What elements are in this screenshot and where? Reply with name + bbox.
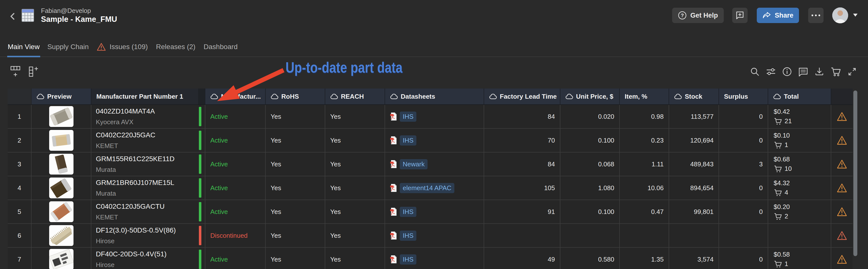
column-header-rohs[interactable]: RoHS: [266, 89, 325, 104]
datasheet-link[interactable]: Newark: [400, 159, 428, 169]
part-number[interactable]: 0402ZD104MAT4A: [96, 107, 155, 115]
filter-icon[interactable]: [766, 66, 776, 77]
column-header-price[interactable]: Unit Price, $: [560, 89, 620, 104]
share-button[interactable]: Share: [757, 8, 799, 23]
cell-datasheets: IHS: [385, 129, 484, 153]
total-price: $0.10: [774, 132, 790, 139]
avatar[interactable]: [832, 7, 848, 23]
lifecycle-status-bar: [199, 250, 202, 269]
cell-item: 10.06: [620, 176, 669, 200]
column-label: Item, %: [625, 93, 647, 100]
search-icon[interactable]: [750, 66, 760, 77]
cell-warn[interactable]: [831, 200, 852, 224]
cell-item: 0.47: [620, 200, 669, 224]
lead-time-value: 84: [548, 113, 555, 121]
total-price: $4.32: [774, 179, 790, 187]
cloud-icon: [210, 94, 218, 99]
tab-releases[interactable]: Releases (2): [156, 43, 195, 51]
cell-warn[interactable]: [831, 176, 852, 200]
cell-total: $0.6810: [768, 153, 831, 176]
tab-main-view[interactable]: Main View: [8, 43, 40, 51]
item-percent-value: 0.98: [651, 113, 664, 121]
column-header-item[interactable]: Item, %: [620, 89, 669, 104]
comment-icon[interactable]: [798, 66, 808, 77]
cart-quantity: 21: [784, 117, 792, 125]
cell-reach: Yes: [325, 105, 385, 129]
cell-warn[interactable]: [831, 248, 852, 269]
download-icon[interactable]: [814, 66, 825, 77]
part-preview-image[interactable]: [49, 130, 73, 151]
part-number[interactable]: GRM21BR60J107ME15L: [96, 179, 174, 187]
cell-total: [768, 224, 831, 248]
cell-item: 1.35: [620, 248, 669, 269]
row-number: 2: [18, 137, 21, 144]
part-number[interactable]: GRM155R61C225KE11D: [96, 155, 175, 163]
datasheet-link[interactable]: IHS: [400, 255, 416, 265]
part-number[interactable]: C0402C120J5GACTU: [96, 203, 165, 210]
cell-warn[interactable]: [831, 224, 852, 248]
info-icon[interactable]: [782, 66, 792, 77]
more-button[interactable]: [808, 8, 824, 23]
part-preview-image[interactable]: [49, 249, 73, 269]
cell-warn[interactable]: [831, 153, 852, 176]
column-header-lifecycle[interactable]: Manufactur...: [205, 89, 266, 104]
cart-icon[interactable]: [830, 66, 841, 77]
part-preview-image[interactable]: [49, 225, 73, 246]
datasheet-link[interactable]: IHS: [400, 231, 416, 241]
datasheet-link[interactable]: IHS: [400, 111, 416, 122]
item-percent-value: 0.47: [651, 208, 664, 216]
manufacturer-name: Hirose: [96, 237, 176, 245]
unit-price-value: 0.020: [598, 113, 614, 121]
cell-price: 0.100: [560, 200, 620, 224]
datasheet-link[interactable]: IHS: [400, 135, 416, 145]
part-preview-image[interactable]: [49, 177, 73, 198]
tab-issues[interactable]: Issues (109): [97, 43, 148, 51]
back-icon[interactable]: [8, 12, 18, 21]
lifecycle-status: Discontinued: [210, 232, 248, 239]
cell-reach: Yes: [325, 248, 385, 269]
cell-preview: [32, 248, 91, 269]
cell-warn[interactable]: [831, 105, 852, 129]
datasheet-link[interactable]: IHS: [400, 207, 416, 217]
part-number[interactable]: C0402C220J5GAC: [96, 131, 155, 139]
add-row-icon[interactable]: [10, 65, 21, 78]
cell-total: $0.581: [768, 248, 831, 269]
column-header-surplus[interactable]: Surplus: [719, 89, 768, 104]
tab-dashboard[interactable]: Dashboard: [204, 43, 238, 51]
row-number: 1: [18, 113, 21, 121]
manufacturer-name: Hirose: [96, 261, 166, 269]
feedback-button[interactable]: [732, 8, 748, 23]
manufacturer-name: KEMET: [96, 142, 155, 150]
cell-lead: 84: [484, 153, 560, 176]
cell-price: 1.080: [560, 176, 620, 200]
column-header-total[interactable]: Total: [768, 89, 831, 104]
tab-supply-chain[interactable]: Supply Chain: [48, 43, 89, 51]
part-number[interactable]: DF12(3.0)-50DS-0.5V(86): [96, 226, 176, 234]
part-preview-image[interactable]: [49, 154, 73, 174]
add-column-icon[interactable]: [27, 65, 40, 78]
column-label: Unit Price, $: [576, 93, 613, 100]
column-header-mpn[interactable]: Manufacturer Part Number 1: [91, 89, 198, 104]
column-header-stock[interactable]: Stock: [669, 89, 719, 104]
column-header-datasheets[interactable]: Datasheets: [385, 89, 484, 104]
table-row: 3GRM155R61C225KE11DMurataActiveYesYesNew…: [8, 153, 852, 176]
get-help-button[interactable]: ? Get Help: [672, 8, 724, 23]
cell-num: 2: [8, 129, 32, 153]
cell-mpn: C0402C120J5GACTUKEMET: [91, 200, 198, 224]
cell-total: $0.202: [768, 200, 831, 224]
column-header-preview[interactable]: Preview: [32, 89, 91, 104]
surplus-value: 0: [759, 137, 763, 144]
account-caret-icon[interactable]: [853, 14, 858, 16]
column-label: Manufactur...: [221, 93, 261, 100]
part-preview-image[interactable]: [49, 106, 73, 127]
row-number: 7: [18, 256, 21, 263]
part-number[interactable]: DF40C-20DS-0.4V(51): [96, 250, 166, 258]
vertical-scrollbar[interactable]: [854, 91, 857, 256]
part-preview-image[interactable]: [49, 201, 73, 222]
column-header-lead[interactable]: Factory Lead Time: [484, 89, 560, 104]
stock-value: 894,654: [690, 184, 714, 192]
datasheet-link[interactable]: element14 APAC: [400, 183, 454, 193]
expand-icon[interactable]: [847, 66, 857, 77]
column-header-reach[interactable]: REACH: [325, 89, 385, 104]
cell-warn[interactable]: [831, 129, 852, 153]
